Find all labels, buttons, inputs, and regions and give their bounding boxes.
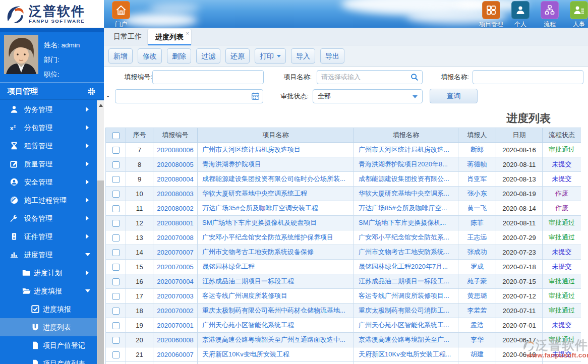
tab-close-icon[interactable]: × — [186, 26, 189, 41]
toolbar-button-删除[interactable]: 删除 — [167, 48, 191, 64]
tab-进度列表[interactable]: 进度列表× — [147, 29, 192, 45]
cell-code-link[interactable]: 2020060008 — [153, 333, 198, 347]
column-header-流程状态[interactable]: 流程状态 — [543, 128, 581, 143]
cell-report-link[interactable]: 京港澳高速公路粤境韶关至广... — [354, 333, 458, 347]
cell-project-link[interactable]: 广安邓小平纪念馆安全防范系统维护保养项目 — [198, 230, 354, 245]
avatar[interactable] — [4, 35, 38, 74]
report-name-input[interactable] — [473, 70, 583, 84]
cell-person[interactable]: 黄一飞 — [458, 201, 496, 216]
cell-code-link[interactable]: 2020060007 — [153, 347, 198, 362]
column-header-序号[interactable]: 序号 — [126, 128, 153, 143]
sidebar-item-施工过程管理[interactable]: 施工过程管理 — [0, 191, 97, 209]
cell-report-link[interactable]: 广州市天河区统计局机房改造... — [354, 143, 458, 157]
cell-project-link[interactable]: 广州天心苑小区智能化系统工程 — [198, 318, 354, 333]
cell-report-link[interactable]: 江苏成品油二期项目一标段工... — [354, 274, 458, 289]
cell-report-link[interactable]: 重庆太极制药有限公司消防工... — [354, 304, 458, 318]
cell-person[interactable]: 张小东 — [458, 187, 496, 201]
sidebar-item-劳务管理[interactable]: 劳务管理 — [0, 100, 97, 118]
cell-report-link[interactable]: SM广场地下车库更换摄像机... — [354, 216, 458, 230]
sidebar-item-租赁管理[interactable]: 租赁管理 — [0, 137, 97, 155]
cell-code-link[interactable]: 2020080002 — [153, 201, 198, 216]
sidebar-item-质量管理[interactable]: 质量管理 — [0, 155, 97, 173]
column-header-填报名称[interactable]: 填报名称 — [354, 128, 458, 143]
sidebar-item-进度填报[interactable]: 进度填报 — [0, 300, 97, 318]
row-checkbox[interactable] — [112, 176, 120, 183]
row-checkbox[interactable] — [112, 161, 120, 168]
row-checkbox[interactable] — [112, 220, 120, 227]
cell-report-link[interactable]: 成都能源建设集团投资有限公... — [354, 172, 458, 187]
column-header-填报编号[interactable]: 填报编号 — [153, 128, 198, 143]
cell-code-link[interactable]: 2020070007 — [153, 245, 198, 260]
cell-report-link[interactable]: 广州市文物考古工地安防系统... — [354, 245, 458, 260]
cell-person[interactable]: 黄思璐 — [458, 289, 496, 304]
cell-person[interactable]: 苑子豪 — [458, 274, 496, 289]
cell-project-link[interactable]: 天府新区10Kv变电所安装工程 — [198, 347, 354, 362]
column-header-填报人[interactable]: 填报人 — [458, 128, 496, 143]
gear-icon[interactable] — [87, 87, 96, 96]
sidebar-item-设备管理[interactable]: 设备管理 — [0, 209, 97, 227]
cell-person[interactable]: 李若若 — [458, 304, 496, 318]
cell-person[interactable]: 孟浩 — [458, 318, 496, 333]
tab-日常工作[interactable]: 日常工作 — [113, 28, 142, 45]
sidebar-item-进度管理[interactable]: 进度管理 — [0, 246, 97, 264]
toolbar-button-修改[interactable]: 修改 — [138, 48, 162, 64]
search-icon[interactable] — [410, 73, 419, 82]
row-checkbox[interactable] — [112, 293, 120, 300]
query-button[interactable]: 查询 — [430, 89, 478, 103]
sidebar-item-进度填报[interactable]: 进度填报 — [0, 282, 97, 300]
row-checkbox[interactable] — [112, 351, 120, 358]
cell-person[interactable]: 胡建 — [458, 347, 496, 362]
cell-project-link[interactable]: 青海洪湖养护院项目 — [198, 157, 354, 172]
cell-code-link[interactable]: 2020070003 — [153, 289, 198, 304]
cell-report-link[interactable]: 广州天心苑小区智能化系统工... — [354, 318, 458, 333]
cell-code-link[interactable]: 2020080004 — [153, 172, 198, 187]
select-all-checkbox[interactable] — [112, 132, 120, 139]
cell-report-link[interactable]: 华软大厦研究基地中央空调系... — [354, 187, 458, 201]
cell-report-link[interactable]: 天府新区10Kv变电所安装工程... — [354, 347, 458, 362]
cell-project-link[interactable]: 广州市天河区统计局机房改造项目 — [198, 143, 354, 157]
cell-code-link[interactable]: 2020080003 — [153, 187, 198, 201]
cell-code-link[interactable]: 2020070008 — [153, 230, 198, 245]
nav-app-personal[interactable]: 个人 — [506, 1, 535, 28]
sidebar-item-项目产值列表[interactable]: 项目产值列表 — [0, 354, 97, 364]
row-checkbox[interactable] — [112, 249, 120, 256]
cell-code-link[interactable]: 2020070002 — [153, 304, 198, 318]
row-checkbox[interactable] — [112, 205, 120, 212]
row-checkbox[interactable] — [112, 322, 120, 329]
nav-app-hr[interactable]: 人事 — [564, 1, 588, 28]
cell-report-link[interactable]: 万达广场85#会所及咖啡厅空... — [354, 201, 458, 216]
calendar-icon[interactable] — [251, 92, 260, 100]
sidebar-item-进度列表[interactable]: 进度列表 — [0, 318, 97, 336]
cell-project-link[interactable]: 客运专线广州调度所装修项目 — [198, 289, 354, 304]
toolbar-button-打印[interactable]: 打印 — [255, 48, 286, 64]
cell-project-link[interactable]: 重庆太极制药有限公司亳州中药材仓储物流基地... — [198, 304, 354, 318]
row-checkbox[interactable] — [112, 191, 120, 198]
cell-person[interactable]: 王志远 — [458, 230, 496, 245]
sidebar-item-进度计划[interactable]: 进度计划 — [0, 264, 97, 282]
cell-report-link[interactable]: 客运专线广州调度所装修项目... — [354, 289, 458, 304]
row-checkbox[interactable] — [112, 264, 120, 271]
scrollbar-thumb[interactable] — [97, 180, 104, 364]
row-checkbox[interactable] — [112, 308, 120, 315]
date-input[interactable] — [115, 89, 263, 103]
project-name-input[interactable]: 请选择或输入 — [317, 70, 423, 84]
cell-person[interactable]: 蒋德帧 — [458, 157, 496, 172]
toolbar-button-新增[interactable]: 新增 — [108, 48, 133, 64]
cell-report-link[interactable]: 青海洪湖养护院项目2020年8... — [354, 157, 458, 172]
nav-app-project-mgmt[interactable]: 项目管理 — [477, 1, 506, 28]
toolbar-button-导出[interactable]: 导出 — [320, 48, 344, 64]
nav-app-workflow[interactable]: 流程 — [535, 1, 564, 28]
cell-project-link[interactable]: 江苏成品油二期项目一标段工程 — [198, 274, 354, 289]
cell-code-link[interactable]: 2020070005 — [153, 260, 198, 274]
cell-code-link[interactable]: 2020070001 — [153, 318, 198, 333]
approval-status-select[interactable]: 全部 — [313, 89, 423, 103]
sidebar-item-项目产值登记[interactable]: 项目产值登记 — [0, 336, 97, 354]
toolbar-button-导入[interactable]: 导入 — [291, 48, 315, 64]
cell-person[interactable]: 陈菲 — [458, 216, 496, 230]
cell-report-link[interactable]: 晟铭园林绿化工程2020年7月... — [354, 260, 458, 274]
sidebar-item-证件管理[interactable]: 证件管理 — [0, 227, 97, 246]
row-checkbox[interactable] — [112, 278, 120, 285]
cell-code-link[interactable]: 2020080001 — [153, 216, 198, 230]
cell-code-link[interactable]: 2020080005 — [153, 157, 198, 172]
cell-person[interactable]: 肖亚军 — [458, 172, 496, 187]
